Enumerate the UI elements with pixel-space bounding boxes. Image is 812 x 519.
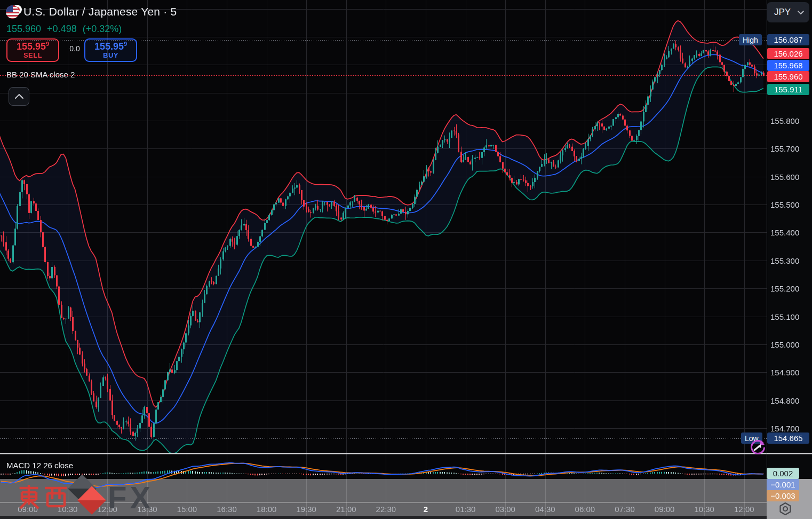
time-axis-label: 22:30 [376,505,396,514]
chevron-up-icon [15,94,23,99]
time-axis-label: 01:30 [456,505,476,514]
price-axis-label: 154.900 [770,368,799,377]
buy-price: 155.959 [94,41,127,52]
macd-indicator-legend[interactable]: MACD 12 26 close [6,461,73,470]
quote-row: 155.960 +0.498 (+0.32%) [6,23,125,35]
buy-label: BUY [103,52,118,60]
bb-indicator-legend[interactable]: BB 20 SMA close 2 [6,70,75,79]
price-axis-label: 155.000 [770,340,799,349]
sell-label: SELL [23,52,42,60]
time-axis-label: 21:00 [336,505,356,514]
us-flag-icon [6,5,19,19]
sell-price: 155.959 [17,41,49,52]
collapse-button[interactable] [9,87,29,106]
bb_upper-badge: 156.026 [767,48,809,59]
chart-app: U.S. Dollar / Japanese Yen · 5 155.960 +… [0,0,812,519]
price-axis-label: 154.700 [770,423,799,433]
last_price-badge: 155.960 [767,71,809,82]
macd-value-badge: 0.002 [767,468,799,479]
time-axis-label: 10:30 [58,505,78,514]
settings-icon[interactable] [778,502,792,516]
bb_lower-badge: 155.911 [767,84,809,95]
time-axis-label: 09:00 [18,505,38,514]
price-chart-canvas[interactable] [0,0,812,519]
last-price: 155.960 [6,23,41,34]
price-axis-label: 155.600 [770,172,799,181]
high-tag: High [739,34,762,45]
time-axis-label: 04:30 [535,505,555,514]
time-axis-label: 15:00 [177,505,197,514]
high-badge: 156.087 [767,34,809,45]
price-axis-label: 155.200 [770,284,799,293]
price-axis-label: 155.700 [770,144,799,153]
symbol-title[interactable]: U.S. Dollar / Japanese Yen · 5 [23,5,177,18]
price-axis-label: 155.800 [770,116,799,125]
buy-button[interactable]: 155.959 BUY [84,38,137,62]
low-badge: 154.665 [767,433,809,444]
macd-value-badge: −0.003 [767,490,799,501]
time-axis-label: 12:00 [734,505,754,514]
price-axis-label: 155.500 [770,200,799,209]
time-axis-label: 03:00 [495,505,515,514]
time-axis-label: 19:30 [296,505,316,514]
price-axis-label: 155.400 [770,228,799,237]
symbol-flag-icon [6,5,22,19]
time-axis-label: 13:30 [137,505,157,514]
price-axis-label: 155.300 [770,256,799,265]
macd-value-badge: −0.001 [767,479,799,490]
price-change: +0.498 [47,23,77,34]
chevron-down-icon [798,11,804,14]
time-axis-label: 10:30 [694,505,714,514]
time-axis-label: 09:00 [655,505,675,514]
time-axis-label: 16:30 [217,505,237,514]
currency-selector-value: JPY [774,7,791,18]
price-axis-label: 155.100 [770,312,799,321]
price-axis-label: 154.800 [770,396,799,405]
reset-chart-icon[interactable] [748,438,767,457]
bb_basis-badge: 155.968 [767,60,809,71]
time-axis-label: 06:00 [575,505,595,514]
time-axis-label: 2 [424,505,428,514]
time-axis-label: 07:30 [615,505,635,514]
time-axis-label: 18:00 [257,505,277,514]
currency-selector[interactable]: JPY [767,2,809,22]
price-change-percent: (+0.32%) [83,23,122,34]
spread-value: 0.0 [66,44,84,53]
sell-button[interactable]: 155.959 SELL [6,38,59,62]
time-axis-label: 12:00 [97,505,117,514]
